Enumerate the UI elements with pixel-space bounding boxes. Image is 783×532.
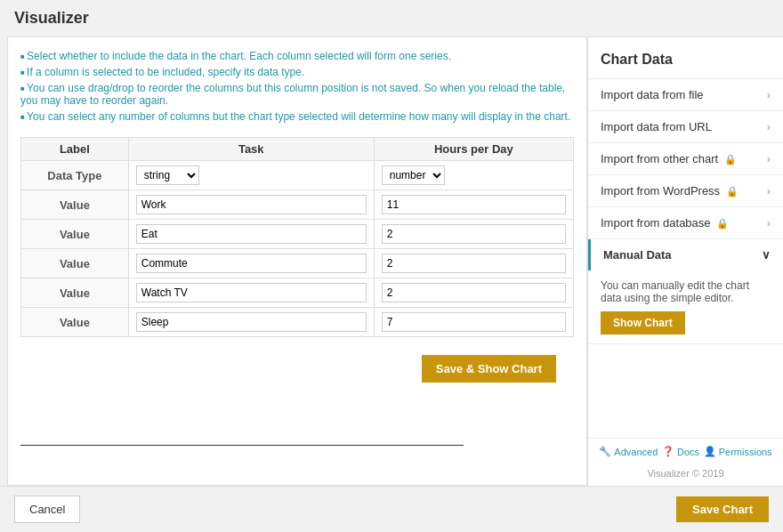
data-type-label: Data Type: [21, 161, 129, 190]
import-url-label: Import data from URL: [601, 120, 712, 133]
divider: [20, 445, 464, 446]
row-2-col2[interactable]: [382, 254, 566, 273]
manual-data-description: You can manually edit the chart data usi…: [601, 279, 771, 304]
chevron-right-icon: ›: [767, 152, 771, 165]
question-icon: ❓: [662, 446, 674, 457]
info-item-2: If a column is selected to be included, …: [20, 64, 574, 80]
col-header-task: Task: [128, 138, 374, 161]
info-item-4: You can select any number of columns but…: [20, 109, 574, 125]
row-2-col1[interactable]: [136, 254, 367, 273]
cancel-button[interactable]: Cancel: [14, 496, 80, 523]
manual-data-label: Manual Data: [603, 248, 672, 262]
chevron-right-icon: ›: [767, 216, 771, 230]
table-row: Value: [21, 220, 574, 249]
info-item-3: You can use drag/drop to reorder the col…: [20, 80, 574, 109]
import-other-label: Import from other chart 🔒: [601, 152, 737, 165]
permissions-link[interactable]: 👤 Permissions: [704, 446, 772, 457]
info-item-1: Select whether to include the data in th…: [20, 48, 574, 64]
left-panel: Select whether to include the data in th…: [7, 36, 587, 486]
chevron-right-icon: ›: [767, 184, 771, 197]
row-3-col1[interactable]: [136, 283, 367, 302]
chart-data-title: Chart Data: [588, 37, 783, 79]
col-header-hours: Hours per Day: [374, 138, 573, 161]
advanced-link[interactable]: 🔧 Advanced: [599, 446, 658, 457]
table-row: Value: [21, 249, 574, 278]
info-list: Select whether to include the data in th…: [20, 48, 574, 125]
footer-links: 🔧 Advanced ❓ Docs 👤 Permissions: [588, 438, 783, 464]
lock-icon: 🔒: [716, 218, 729, 229]
right-panel: Chart Data Import data from file › Impor…: [587, 36, 783, 486]
row-label-2: Value: [21, 249, 129, 278]
row-4-col2[interactable]: [382, 312, 566, 332]
save-show-button[interactable]: Save & Show Chart: [422, 355, 556, 383]
table-row: Value: [21, 278, 574, 308]
row-3-col2[interactable]: [382, 283, 566, 302]
col-header-label: Label: [21, 138, 129, 161]
data-table: Label Task Hours per Day Data Type strin…: [20, 137, 574, 337]
chevron-down-icon: ∨: [762, 248, 771, 262]
show-chart-button[interactable]: Show Chart: [601, 311, 685, 335]
import-from-other-chart[interactable]: Import from other chart 🔒 ›: [588, 143, 783, 175]
row-label-1: Value: [21, 220, 129, 249]
row-0-col2[interactable]: [382, 195, 566, 214]
row-1-col1[interactable]: [136, 224, 367, 244]
manual-data-section: Manual Data ∨ You can manually edit the …: [588, 239, 783, 344]
page-title: Visualizer: [0, 0, 783, 36]
import-from-wordpress[interactable]: Import from WordPress 🔒 ›: [588, 175, 783, 207]
table-row: Value: [21, 308, 574, 337]
type-select-hours[interactable]: string number date: [382, 165, 445, 185]
row-0-col1[interactable]: [136, 195, 367, 214]
chevron-right-icon: ›: [767, 120, 771, 133]
person-icon: 👤: [704, 446, 716, 457]
row-label-0: Value: [21, 190, 129, 220]
lock-icon: 🔒: [724, 154, 737, 165]
type-select-task[interactable]: string number date: [136, 165, 199, 185]
import-wordpress-label: Import from WordPress 🔒: [601, 184, 739, 197]
import-from-file[interactable]: Import data from file ›: [588, 79, 783, 111]
save-chart-button[interactable]: Save Chart: [676, 496, 769, 522]
import-from-database[interactable]: Import from database 🔒 ›: [588, 207, 783, 239]
row-label-3: Value: [21, 278, 129, 308]
table-row: Value: [21, 190, 574, 220]
manual-data-body: You can manually edit the chart data usi…: [588, 270, 783, 343]
chevron-right-icon: ›: [767, 88, 771, 101]
footer-copyright: Visualizer © 2019: [588, 464, 783, 486]
lock-icon: 🔒: [726, 186, 739, 197]
row-1-col2[interactable]: [382, 224, 566, 244]
row-4-col1[interactable]: [136, 312, 367, 332]
wrench-icon: 🔧: [599, 446, 611, 457]
import-file-label: Import data from file: [601, 88, 704, 101]
row-label-4: Value: [21, 308, 129, 337]
bottom-bar: Cancel Save Chart: [0, 486, 783, 532]
manual-data-header[interactable]: Manual Data ∨: [588, 239, 783, 270]
docs-link[interactable]: ❓ Docs: [662, 446, 699, 457]
import-from-url[interactable]: Import data from URL ›: [588, 111, 783, 143]
import-database-label: Import from database 🔒: [601, 216, 729, 230]
